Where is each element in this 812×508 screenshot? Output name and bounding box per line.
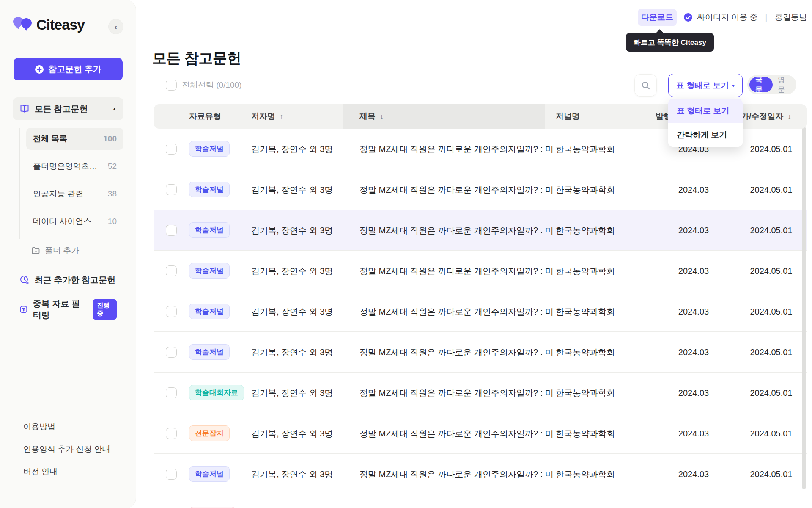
sidebar-divider xyxy=(0,94,136,94)
cell-journal: 한국농약과학회 xyxy=(556,332,653,373)
cell-date: 2024.05.01 xyxy=(736,129,807,169)
sort-desc-icon[interactable]: ↓ xyxy=(380,112,384,121)
sidebar-footer-link[interactable]: 이용방법 xyxy=(23,421,110,432)
cell-pubyear: 2024.03 xyxy=(651,291,736,332)
cell-authors xyxy=(251,494,342,508)
sidebar-item-recent[interactable]: 최근 추가한 참고문헌 xyxy=(13,268,123,291)
cell-authors: 김기복, 장연수 외 3명 xyxy=(251,251,342,291)
folder-item-1[interactable]: 폴더명은영역초과시말... 52 xyxy=(26,155,123,177)
cell-authors: 김기복, 장연수 외 3명 xyxy=(251,454,342,494)
cell-title[interactable]: 정말 MZ세대 직원은 까다로운 개인주의자일까? : 미디... xyxy=(359,332,554,373)
folder-count: 100 xyxy=(103,134,117,144)
cell-title[interactable] xyxy=(359,494,554,508)
folder-item-3[interactable]: 데이터 사이언스 10 xyxy=(26,210,123,232)
cell-date: 2024.05.01 xyxy=(736,373,807,413)
row-checkbox[interactable] xyxy=(166,225,177,236)
folder-label: 데이터 사이언스 xyxy=(33,216,104,227)
caret-up-icon[interactable]: ▲ xyxy=(112,106,117,111)
material-type-badge: 학술대회자료 xyxy=(189,385,244,400)
add-reference-label: 참고문헌 추가 xyxy=(48,64,102,75)
material-type-badge: 학술저널 xyxy=(189,263,230,279)
row-checkbox[interactable] xyxy=(166,428,177,439)
cell-date: 2024.05.01 xyxy=(736,332,807,373)
row-checkbox[interactable] xyxy=(166,144,177,155)
cell-authors: 김기복, 장연수 외 3명 xyxy=(251,332,342,373)
row-checkbox[interactable] xyxy=(166,469,177,480)
folder-label: 인공지능 관련 xyxy=(33,188,104,199)
cell-title[interactable]: 정말 MZ세대 직원은 까다로운 개인주의자일까? : 미디... xyxy=(359,373,554,413)
folder-list: 전체 목록 100 폴더명은영역초과시말... 52 인공지능 관련 38 데이… xyxy=(26,128,123,238)
folder-item-0[interactable]: 전체 목록 100 xyxy=(26,128,123,150)
cell-journal: 한국농약과학회 xyxy=(556,169,653,210)
table-row[interactable]: 학술저널 김기복, 장연수 외 3명 정말 MZ세대 직원은 까다로운 개인주의… xyxy=(154,332,807,373)
in-progress-badge: 진행중 xyxy=(93,299,117,320)
sort-asc-icon[interactable]: ↑ xyxy=(280,112,283,121)
folder-label: 전체 목록 xyxy=(33,133,99,144)
search-button[interactable] xyxy=(634,74,657,97)
folder-item-2[interactable]: 인공지능 관련 38 xyxy=(26,183,123,205)
table-row[interactable]: 학술저널 김기복, 장연수 외 3명 정말 MZ세대 직원은 까다로운 개인주의… xyxy=(154,169,807,210)
sidebar-item-dedupe-filter[interactable]: 중복 자료 필터링 진행중 xyxy=(13,298,123,321)
view-mode-select[interactable]: 표 형태로 보기 ▾ xyxy=(668,74,743,97)
select-all-checkbox[interactable] xyxy=(166,80,177,91)
column-header-journal[interactable]: 저널명 xyxy=(556,104,580,129)
cell-title[interactable]: 정말 MZ세대 직원은 까다로운 개인주의자일까? : 미디... xyxy=(359,291,554,332)
vertical-scrollbar[interactable] xyxy=(802,127,806,489)
user-name[interactable]: 홍길동님 xyxy=(775,12,807,23)
column-header-title[interactable]: 제목 ↓ xyxy=(359,104,384,129)
brand-name: Citeasy xyxy=(36,17,85,33)
sidebar-footer-link[interactable]: 인용양식 추가 신청 안내 xyxy=(23,444,110,455)
material-type-badge: 학술저널 xyxy=(189,141,230,157)
cell-pubyear: 2024.03 xyxy=(651,169,736,210)
sidebar-item-all-references[interactable]: 모든 참고문헌 ▲ xyxy=(13,97,123,120)
cell-title[interactable]: 정말 MZ세대 직원은 까다로운 개인주의자일까? : 미디... xyxy=(359,413,554,454)
sort-desc-icon[interactable]: ↓ xyxy=(787,112,791,121)
cell-journal xyxy=(556,494,653,508)
cell-title[interactable]: 정말 MZ세대 직원은 까다로운 개인주의자일까? : 미디... xyxy=(359,251,554,291)
caret-down-icon: ▾ xyxy=(732,83,735,88)
add-folder-button[interactable]: 폴더 추가 xyxy=(31,240,79,261)
row-checkbox[interactable] xyxy=(166,265,177,276)
sidebar-footer-link[interactable]: 버전 안내 xyxy=(23,466,110,477)
material-type-badge: 학술저널 xyxy=(189,304,230,319)
cell-authors: 김기복, 장연수 외 3명 xyxy=(251,373,342,413)
column-header-type[interactable]: 자료유형 xyxy=(189,104,221,129)
column-header-author[interactable]: 저자명 ↑ xyxy=(251,104,283,129)
table-row[interactable]: 학술대회자료 김기복, 장연수 외 3명 정말 MZ세대 직원은 까다로운 개인… xyxy=(154,373,807,413)
table-row[interactable] xyxy=(154,494,807,508)
cell-authors: 김기복, 장연수 외 3명 xyxy=(251,210,342,251)
download-tooltip: 빠르고 똑똑한 Citeasy xyxy=(626,33,714,52)
cell-journal: 한국농약과학회 xyxy=(556,373,653,413)
cell-title[interactable]: 정말 MZ세대 직원은 까다로운 개인주의자일까? : 미디... xyxy=(359,454,554,494)
row-checkbox[interactable] xyxy=(166,306,177,317)
select-all-row: 전체선택 (0/100) xyxy=(166,80,241,91)
cell-pubyear: 2024.03 xyxy=(651,373,736,413)
download-button[interactable]: 다운로드 xyxy=(638,9,677,26)
table-row[interactable]: 전문잡지 김기복, 장연수 외 3명 정말 MZ세대 직원은 까다로운 개인주의… xyxy=(154,413,807,454)
row-checkbox[interactable] xyxy=(166,184,177,195)
table-row[interactable]: 학술저널 김기복, 장연수 외 3명 정말 MZ세대 직원은 까다로운 개인주의… xyxy=(154,454,807,494)
folder-tree-rail xyxy=(19,128,20,239)
cell-title[interactable]: 정말 MZ세대 직원은 까다로운 개인주의자일까? : 미디... xyxy=(359,210,554,251)
sidebar-collapse-button[interactable]: ‹ xyxy=(108,19,123,34)
sidebar: Citeasy ‹ 참고문헌 추가 모든 참고문헌 ▲ 전체 목록 100 xyxy=(0,0,136,508)
view-mode-option[interactable]: 간략하게 보기 xyxy=(668,123,743,147)
add-reference-button[interactable]: 참고문헌 추가 xyxy=(14,58,123,80)
table-row[interactable]: 학술저널 김기복, 장연수 외 3명 정말 MZ세대 직원은 까다로운 개인주의… xyxy=(154,291,807,332)
language-option-english[interactable]: 영문 xyxy=(773,75,794,94)
cell-pubyear: 2024.03 xyxy=(651,332,736,373)
table-row[interactable]: 학술저널 김기복, 장연수 외 3명 정말 MZ세대 직원은 까다로운 개인주의… xyxy=(154,251,807,291)
row-checkbox[interactable] xyxy=(166,387,177,398)
cell-journal: 한국농약과학회 xyxy=(556,413,653,454)
language-option-korean[interactable]: 국문 xyxy=(749,77,773,92)
cell-title[interactable]: 정말 MZ세대 직원은 까다로운 개인주의자일까? : 미디... xyxy=(359,169,554,210)
cell-title[interactable]: 정말 MZ세대 직원은 까다로운 개인주의자일까? : 미디... xyxy=(359,129,554,169)
row-checkbox[interactable] xyxy=(166,347,177,358)
cell-journal: 한국농약과학회 xyxy=(556,129,653,169)
citeasy-logo-icon xyxy=(13,16,32,33)
table-row[interactable]: 학술저널 김기복, 장연수 외 3명 정말 MZ세대 직원은 까다로운 개인주의… xyxy=(154,210,807,251)
view-mode-option[interactable]: 표 형태로 보기 xyxy=(668,99,743,123)
language-toggle[interactable]: 국문 영문 xyxy=(747,75,796,94)
tooltip-text: 빠르고 똑똑한 Citeasy xyxy=(634,38,706,47)
cell-journal: 한국농약과학회 xyxy=(556,251,653,291)
